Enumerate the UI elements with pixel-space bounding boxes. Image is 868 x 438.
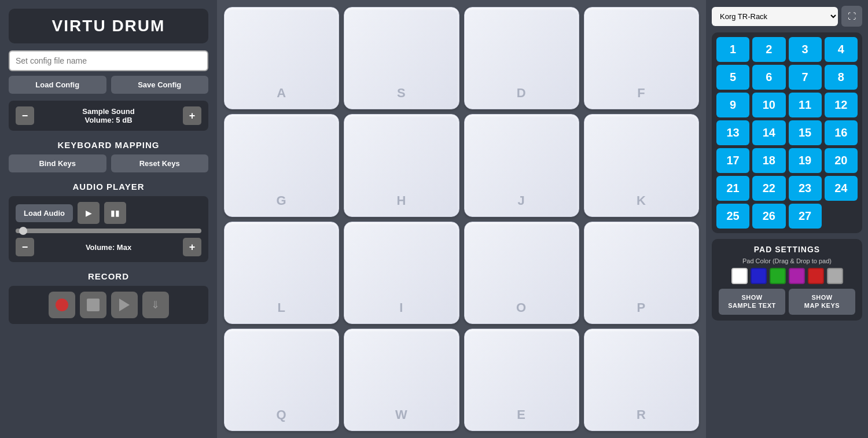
audio-volume-decrease-button[interactable]: − (16, 238, 34, 256)
show-map-keys-button[interactable]: SHOWMAP KEYS (789, 289, 855, 315)
show-sample-text-button[interactable]: SHOWSAMPLE TEXT (719, 289, 785, 315)
pad-number-9[interactable]: 9 (716, 93, 749, 117)
pad-key-label: L (277, 300, 285, 315)
drum-pad-f[interactable]: F (584, 7, 699, 109)
drum-pad-w[interactable]: W (344, 329, 459, 431)
drum-pad-q[interactable]: Q (224, 329, 339, 431)
pad-number-20[interactable]: 20 (825, 148, 858, 173)
drum-pad-o[interactable]: O (464, 222, 579, 324)
pad-action-buttons: SHOWSAMPLE TEXT SHOWMAP KEYS (719, 289, 855, 315)
pad-number-5[interactable]: 5 (716, 65, 749, 90)
audio-play-button[interactable]: ▶ (78, 202, 100, 224)
record-play-button[interactable] (111, 292, 138, 318)
pad-number-22[interactable]: 22 (752, 176, 785, 201)
drum-pad-h[interactable]: H (344, 114, 459, 216)
color-swatch-purple[interactable] (789, 268, 805, 284)
drum-pad-k[interactable]: K (584, 114, 699, 216)
color-swatch-red[interactable] (808, 268, 824, 284)
pad-number-14[interactable]: 14 (752, 120, 785, 145)
audio-progress-bar[interactable] (16, 229, 201, 233)
pad-number-16[interactable]: 16 (825, 120, 858, 145)
expand-icon: ⛶ (848, 12, 856, 21)
pad-number-4[interactable]: 4 (825, 37, 858, 62)
load-audio-button[interactable]: Load Audio (16, 204, 73, 222)
pad-key-label: G (277, 193, 287, 208)
pad-number-11[interactable]: 11 (789, 93, 822, 117)
sample-sound-label: Sample Sound Volume: 5 dB (40, 107, 177, 124)
pad-key-label: S (397, 86, 406, 101)
keyboard-mapping-heading: KEYBOARD MAPPING (9, 140, 208, 150)
record-play-icon (119, 299, 130, 311)
audio-volume-increase-button[interactable]: + (183, 238, 201, 256)
bind-keys-button[interactable]: Bind Keys (9, 154, 106, 172)
color-swatch-gray[interactable] (827, 268, 843, 284)
record-stop-button[interactable] (80, 292, 106, 318)
drum-pad-j[interactable]: J (464, 114, 579, 216)
pad-number-21[interactable]: 21 (716, 176, 749, 201)
pad-key-label: A (277, 86, 286, 101)
pad-number-19[interactable]: 19 (789, 148, 822, 173)
color-swatch-white[interactable] (731, 268, 748, 284)
pad-key-label: D (517, 86, 527, 101)
pause-icon: ▮▮ (111, 208, 120, 218)
pad-number-8[interactable]: 8 (825, 65, 858, 90)
pad-color-label: Pad Color (Drag & Drop to pad) (719, 257, 855, 264)
pad-number-12[interactable]: 12 (825, 93, 858, 117)
drum-pad-l[interactable]: L (224, 222, 339, 324)
right-panel: Korg TR-RackDefault KitRock KitJazz Kit … (706, 0, 868, 438)
pad-number-7[interactable]: 7 (789, 65, 822, 90)
pad-number-18[interactable]: 18 (752, 148, 785, 173)
drum-pad-s[interactable]: S (344, 7, 459, 109)
pad-number-15[interactable]: 15 (789, 120, 822, 145)
keyboard-mapping-section: KEYBOARD MAPPING Bind Keys Reset Keys (9, 138, 208, 172)
pad-number-10[interactable]: 10 (752, 93, 785, 117)
kit-selector[interactable]: Korg TR-RackDefault KitRock KitJazz Kit (712, 7, 838, 26)
record-download-button[interactable]: ⇓ (142, 292, 169, 318)
pad-number-27[interactable]: 27 (789, 204, 822, 229)
drum-pad-a[interactable]: A (224, 7, 339, 109)
pad-number-1[interactable]: 1 (716, 37, 749, 62)
pad-key-label: P (637, 300, 646, 315)
color-swatch-green[interactable] (770, 268, 786, 284)
record-heading: RECORD (9, 271, 208, 281)
drum-pads-grid: ASDFGHJKLIOPQWER (217, 0, 706, 438)
drum-pad-p[interactable]: P (584, 222, 699, 324)
pad-number-6[interactable]: 6 (752, 65, 785, 90)
reset-keys-button[interactable]: Reset Keys (111, 154, 209, 172)
download-icon: ⇓ (151, 299, 160, 311)
audio-volume-label: Volume: Max (39, 243, 178, 252)
pad-number-13[interactable]: 13 (716, 120, 749, 145)
audio-pause-button[interactable]: ▮▮ (104, 202, 126, 224)
drum-pad-i[interactable]: I (344, 222, 459, 324)
drum-pad-g[interactable]: G (224, 114, 339, 216)
config-input[interactable] (9, 50, 208, 71)
sample-volume-increase-button[interactable]: + (183, 106, 201, 125)
pad-key-label: W (395, 407, 408, 422)
drum-pad-d[interactable]: D (464, 7, 579, 109)
pad-number-24[interactable]: 24 (825, 176, 858, 201)
pad-numbers-grid: 1234567891011121314151617181920212223242… (712, 32, 862, 233)
drum-pad-r[interactable]: R (584, 329, 699, 431)
color-swatch-blue[interactable] (751, 268, 767, 284)
pad-key-label: Q (277, 407, 287, 422)
pad-key-label: J (518, 193, 525, 208)
sample-volume-decrease-button[interactable]: − (16, 106, 34, 125)
config-buttons: Load Config Save Config (9, 76, 208, 94)
pad-number-25[interactable]: 25 (716, 204, 749, 229)
drum-pad-e[interactable]: E (464, 329, 579, 431)
audio-player-heading: AUDIO PLAYER (9, 182, 208, 192)
pad-key-label: H (396, 193, 406, 208)
app-title: VIRTU DRUM (9, 9, 208, 43)
pad-number-23[interactable]: 23 (789, 176, 822, 201)
pad-number-3[interactable]: 3 (789, 37, 822, 62)
save-config-button[interactable]: Save Config (111, 76, 209, 94)
record-section: RECORD ⇓ (9, 269, 208, 324)
pad-number-26[interactable]: 26 (752, 204, 785, 229)
pad-key-label: O (516, 300, 527, 315)
expand-button[interactable]: ⛶ (841, 6, 862, 27)
sample-sound-section: − Sample Sound Volume: 5 dB + (9, 101, 208, 131)
load-config-button[interactable]: Load Config (9, 76, 106, 94)
record-start-button[interactable] (49, 292, 75, 318)
pad-number-17[interactable]: 17 (716, 148, 749, 173)
pad-number-2[interactable]: 2 (752, 37, 785, 62)
